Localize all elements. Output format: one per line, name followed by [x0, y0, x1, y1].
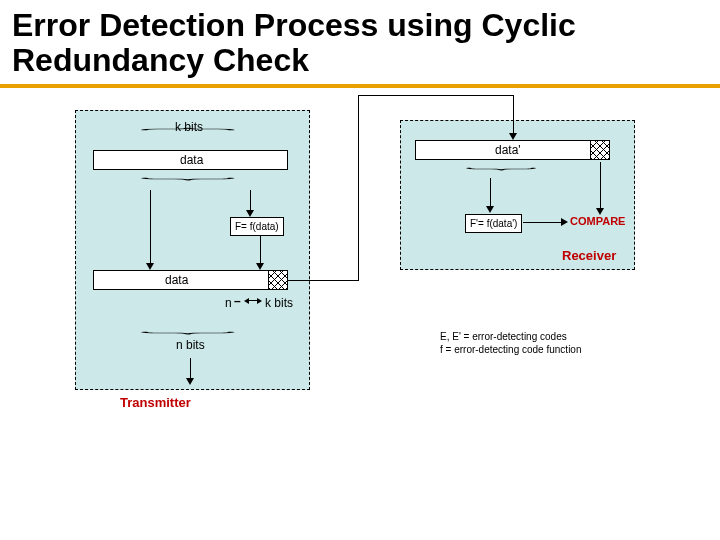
arrow-line [260, 235, 261, 265]
brace-under-data-icon: ⏟ [141, 166, 237, 181]
k-bits2-label: k bits [265, 296, 293, 310]
arrow-line [250, 190, 251, 212]
minus-icon: – [234, 294, 241, 308]
diagram-canvas: ⏞ k bits data ⏟ F= f(data) data n – k bi… [0, 90, 720, 540]
arrow-line [190, 358, 191, 380]
n-label: n [225, 296, 232, 310]
arrow-down-icon [596, 208, 604, 215]
path-hline-top [358, 95, 513, 96]
arrow-line [249, 300, 257, 301]
tx-data-label: data [180, 153, 203, 167]
tx-data2-label: data [165, 273, 188, 287]
arrow-down-icon [509, 133, 517, 140]
compare-label: COMPARE [570, 215, 625, 227]
arrow-left-icon [244, 298, 249, 304]
arrow-line [150, 190, 151, 265]
rx-data-label: data' [495, 143, 521, 157]
path-into-rx [513, 95, 514, 135]
arrow-line [600, 162, 601, 210]
arrow-right-icon [561, 218, 568, 226]
legend-line-2: f = error-detecting code function [440, 343, 581, 356]
legend: E, E' = error-detecting codes f = error-… [440, 330, 581, 356]
arrow-down-icon [186, 378, 194, 385]
slide-title: Error Detection Process using Cyclic Red… [0, 0, 720, 88]
arrow-down-icon [256, 263, 264, 270]
k-bits-label: k bits [175, 120, 203, 134]
legend-line-1: E, E' = error-detecting codes [440, 330, 581, 343]
receiver-label: Receiver [562, 248, 616, 263]
arrow-line [523, 222, 563, 223]
path-vline [358, 95, 359, 281]
n-bits-label: n bits [176, 338, 205, 352]
brace-bottom-icon: ⏟ [141, 320, 237, 335]
f-prime-box: F'= f(data') [465, 214, 522, 233]
arrow-line [490, 178, 491, 208]
tx-out-line [288, 280, 358, 281]
arrow-down-icon [146, 263, 154, 270]
arrow-right-icon [257, 298, 262, 304]
brace-rx-icon: ⏟ [466, 156, 538, 171]
tx-frame-rect [93, 270, 288, 290]
f-function-box: F= f(data) [230, 217, 284, 236]
transmitter-label: Transmitter [120, 395, 191, 410]
arrow-down-icon [486, 206, 494, 213]
arrow-down-icon [246, 210, 254, 217]
